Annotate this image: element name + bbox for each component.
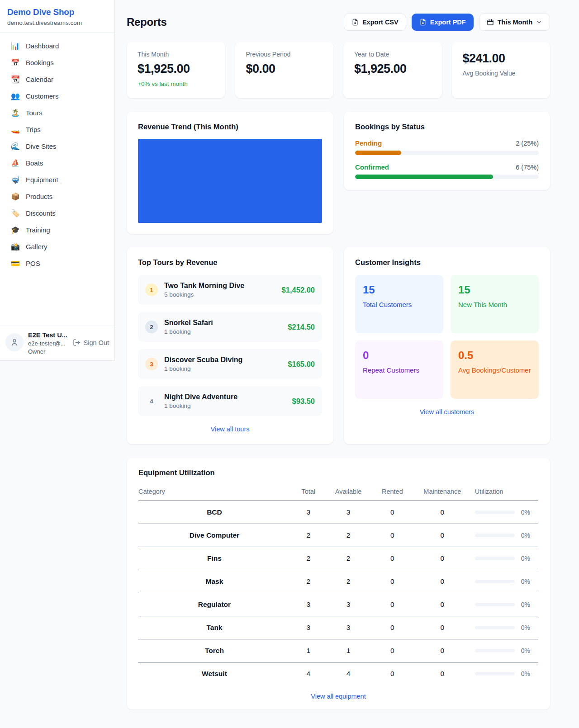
tour-revenue: $214.50 bbox=[288, 323, 315, 331]
status-count-confirmed: 6 (75%) bbox=[516, 164, 539, 171]
sidebar-item-label: Dive Sites bbox=[26, 142, 57, 150]
cell-utilization: 0% bbox=[470, 570, 538, 593]
table-row: Tank 3 3 0 0 0% bbox=[138, 616, 538, 639]
speedboat-icon: 🚤 bbox=[11, 126, 20, 133]
sign-out-button[interactable]: Sign Out bbox=[73, 339, 109, 346]
credit-card-icon: 💳 bbox=[11, 260, 20, 267]
insight-grid: 15 Total Customers 15 New This Month 0 R… bbox=[355, 275, 539, 399]
utilization-track bbox=[475, 534, 515, 537]
utilization-percent: 0% bbox=[521, 670, 530, 677]
status-count-pending: 2 (25%) bbox=[516, 140, 539, 147]
sidebar-item-equipment[interactable]: 🤿 Equipment bbox=[0, 171, 114, 188]
export-csv-button[interactable]: Export CSV bbox=[344, 14, 406, 31]
table-row: Wetsuit 4 4 0 0 0% bbox=[138, 662, 538, 685]
rank-badge: 4 bbox=[145, 395, 158, 407]
cell-available: 3 bbox=[326, 593, 370, 616]
user-meta: E2E Test U... e2e-tester@... Owner bbox=[28, 331, 67, 355]
cell-category: Regulator bbox=[138, 593, 290, 616]
sidebar-item-dive-sites[interactable]: 🌊 Dive Sites bbox=[0, 138, 114, 155]
sidebar-item-label: Equipment bbox=[26, 176, 58, 184]
tour-row[interactable]: 4 Night Dive Adventure 1 booking $93.50 bbox=[138, 386, 322, 416]
sidebar-item-training[interactable]: 🎓 Training bbox=[0, 222, 114, 238]
rank-badge: 3 bbox=[145, 358, 158, 370]
stat-value: $1,925.00 bbox=[354, 62, 431, 76]
graduation-cap-icon: 🎓 bbox=[11, 227, 20, 234]
bookings-by-status-card: Bookings by Status Pending 2 (25%) Confi… bbox=[344, 112, 550, 190]
tour-name: Night Dive Adventure bbox=[164, 393, 237, 401]
cell-maintenance: 0 bbox=[414, 547, 470, 570]
progress-fill-pending bbox=[355, 151, 401, 155]
stat-value: $1,925.00 bbox=[138, 62, 214, 76]
customer-insights-title: Customer Insights bbox=[355, 258, 539, 267]
cell-rented: 0 bbox=[370, 593, 414, 616]
stat-card-year-to-date: Year to Date $1,925.00 bbox=[343, 42, 442, 98]
sidebar-item-discounts[interactable]: 🏷️ Discounts bbox=[0, 205, 114, 222]
sidebar-item-pos[interactable]: 💳 POS bbox=[0, 255, 114, 272]
calendar-date-icon: 📅 bbox=[11, 59, 20, 66]
export-pdf-button[interactable]: Export PDF bbox=[412, 14, 474, 31]
sidebar-item-bookings[interactable]: 📅 Bookings bbox=[0, 54, 114, 71]
cell-maintenance: 0 bbox=[414, 662, 470, 685]
insight-value: 0 bbox=[363, 349, 436, 362]
cell-total: 2 bbox=[290, 570, 327, 593]
cell-rented: 0 bbox=[370, 570, 414, 593]
top-tours-card: Top Tours by Revenue 1 Two Tank Morning … bbox=[127, 247, 333, 444]
cell-rented: 0 bbox=[370, 501, 414, 524]
tour-row[interactable]: 2 Snorkel Safari 1 booking $214.50 bbox=[138, 312, 322, 342]
view-all-tours-link[interactable]: View all tours bbox=[211, 425, 250, 433]
view-all-equipment-link[interactable]: View all equipment bbox=[311, 693, 365, 700]
view-all-customers-link[interactable]: View all customers bbox=[420, 408, 475, 416]
avatar bbox=[5, 333, 24, 351]
tour-row[interactable]: 3 Discover Scuba Diving 1 booking $165.0… bbox=[138, 349, 322, 379]
wave-icon: 🌊 bbox=[11, 143, 20, 150]
status-row-pending: Pending 2 (25%) bbox=[355, 139, 539, 155]
utilization-track bbox=[475, 649, 515, 652]
table-row: Regulator 3 3 0 0 0% bbox=[138, 593, 538, 616]
utilization-track bbox=[475, 511, 515, 514]
table-row: Mask 2 2 0 0 0% bbox=[138, 570, 538, 593]
stat-card-this-month: This Month $1,925.00 +0% vs last month bbox=[127, 42, 225, 98]
cell-utilization: 0% bbox=[470, 616, 538, 639]
period-selector[interactable]: This Month bbox=[479, 14, 550, 31]
insight-label: Repeat Customers bbox=[363, 366, 436, 374]
cell-category: Torch bbox=[138, 639, 290, 662]
insight-value: 0.5 bbox=[458, 349, 531, 362]
utilization-percent: 0% bbox=[521, 647, 530, 654]
utilization-percent: 0% bbox=[521, 509, 530, 516]
sidebar-item-gallery[interactable]: 📸 Gallery bbox=[0, 238, 114, 255]
cell-available: 1 bbox=[326, 639, 370, 662]
col-header-category: Category bbox=[138, 483, 290, 501]
user-footer: E2E Test U... e2e-tester@... Owner Sign … bbox=[0, 326, 114, 360]
sidebar-item-customers[interactable]: 👥 Customers bbox=[0, 88, 114, 104]
package-icon: 📦 bbox=[11, 193, 20, 200]
stat-value: $241.00 bbox=[463, 52, 540, 66]
stat-label: Previous Period bbox=[246, 51, 323, 58]
status-label-confirmed: Confirmed bbox=[355, 163, 389, 171]
tour-revenue: $93.50 bbox=[292, 397, 315, 406]
table-row: Torch 1 1 0 0 0% bbox=[138, 639, 538, 662]
tour-list: 1 Two Tank Morning Dive 5 bookings $1,45… bbox=[138, 275, 322, 416]
sidebar-item-calendar[interactable]: 📆 Calendar bbox=[0, 71, 114, 88]
sidebar-item-dashboard[interactable]: 📊 Dashboard bbox=[0, 38, 114, 54]
progress-track bbox=[355, 175, 539, 179]
tour-bookings: 1 booking bbox=[164, 365, 242, 372]
sidebar-item-tours[interactable]: 🏝️ Tours bbox=[0, 104, 114, 121]
sidebar-item-trips[interactable]: 🚤 Trips bbox=[0, 121, 114, 138]
tour-bookings: 5 bookings bbox=[164, 291, 244, 298]
cell-available: 2 bbox=[326, 547, 370, 570]
sidebar-item-boats[interactable]: ⛵ Boats bbox=[0, 155, 114, 171]
bookings-by-status-title: Bookings by Status bbox=[355, 123, 539, 131]
utilization-track bbox=[475, 557, 515, 560]
cell-total: 3 bbox=[290, 593, 327, 616]
insight-label: Total Customers bbox=[363, 301, 436, 308]
sidebar-item-label: POS bbox=[26, 260, 40, 267]
progress-track bbox=[355, 151, 539, 155]
cell-utilization: 0% bbox=[470, 662, 538, 685]
cell-total: 2 bbox=[290, 547, 327, 570]
brand-name[interactable]: Demo Dive Shop bbox=[7, 7, 107, 17]
customer-insights-card: Customer Insights 15 Total Customers 15 … bbox=[344, 247, 550, 444]
bar-chart-icon: 📊 bbox=[11, 43, 20, 50]
tour-row[interactable]: 1 Two Tank Morning Dive 5 bookings $1,45… bbox=[138, 275, 322, 305]
sidebar-item-products[interactable]: 📦 Products bbox=[0, 188, 114, 205]
cell-maintenance: 0 bbox=[414, 593, 470, 616]
